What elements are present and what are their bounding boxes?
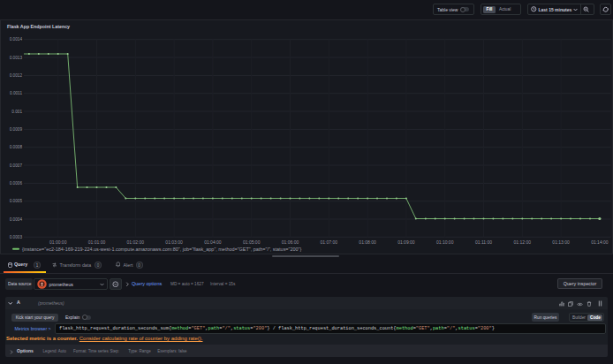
svg-text:0.0011: 0.0011 bbox=[10, 91, 22, 95]
svg-text:0.0003: 0.0003 bbox=[10, 235, 23, 239]
svg-text:0.0013: 0.0013 bbox=[10, 56, 23, 60]
svg-text:01:00:00: 01:00:00 bbox=[49, 239, 67, 245]
svg-text:01:14:00: 01:14:00 bbox=[591, 239, 609, 245]
svg-text:01:04:00: 01:04:00 bbox=[204, 239, 222, 245]
svg-text:01:01:00: 01:01:00 bbox=[88, 239, 106, 245]
svg-text:01:07:00: 01:07:00 bbox=[321, 239, 338, 245]
svg-text:01:06:00: 01:06:00 bbox=[282, 239, 299, 245]
svg-text:0.0014: 0.0014 bbox=[10, 37, 23, 42]
svg-text:01:08:00: 01:08:00 bbox=[359, 239, 376, 245]
svg-text:0.0008: 0.0008 bbox=[10, 145, 23, 149]
svg-text:0.0005: 0.0005 bbox=[10, 199, 23, 203]
svg-text:0.0009: 0.0009 bbox=[10, 127, 23, 132]
svg-text:0.0012: 0.0012 bbox=[10, 73, 23, 78]
svg-text:01:03:00: 01:03:00 bbox=[165, 239, 183, 245]
svg-text:0.0006: 0.0006 bbox=[10, 181, 23, 186]
svg-text:01:09:00: 01:09:00 bbox=[397, 239, 415, 245]
svg-text:0.001: 0.001 bbox=[11, 110, 22, 114]
svg-text:0.0007: 0.0007 bbox=[10, 163, 23, 168]
svg-text:01:02:00: 01:02:00 bbox=[127, 239, 145, 245]
svg-text:01:13:00: 01:13:00 bbox=[552, 239, 570, 245]
svg-text:0.0004: 0.0004 bbox=[10, 217, 23, 222]
svg-text:01:10:00: 01:10:00 bbox=[436, 239, 454, 245]
svg-text:01:05:00: 01:05:00 bbox=[243, 239, 261, 245]
svg-text:{instance="ec2-184-169-219-224: {instance="ec2-184-169-219-224.us-west-1… bbox=[22, 246, 301, 252]
svg-text:01:11:00: 01:11:00 bbox=[475, 239, 492, 245]
svg-text:01:12:00: 01:12:00 bbox=[514, 239, 532, 245]
